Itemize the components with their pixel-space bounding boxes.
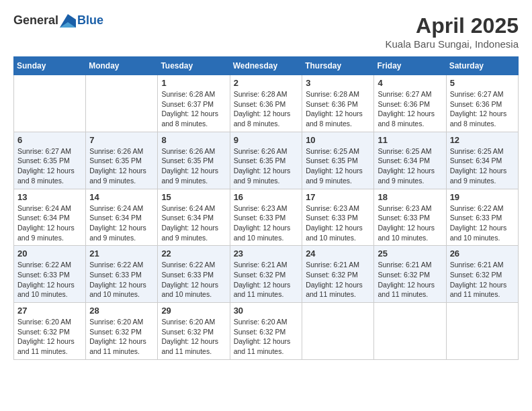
day-info: Sunrise: 6:27 AMSunset: 6:36 PMDaylight:… [378, 89, 442, 129]
day-number: 5 [450, 78, 515, 88]
weekday-header-wednesday: Wednesday [230, 57, 302, 75]
day-info: Sunrise: 6:26 AMSunset: 6:35 PMDaylight:… [161, 146, 226, 186]
day-number: 1 [161, 78, 226, 88]
calendar-cell: 26Sunrise: 6:21 AMSunset: 6:32 PMDayligh… [446, 246, 518, 303]
day-info: Sunrise: 6:23 AMSunset: 6:33 PMDaylight:… [234, 203, 299, 243]
day-number: 21 [89, 248, 154, 259]
day-number: 18 [378, 192, 442, 202]
calendar-week-1: 1Sunrise: 6:28 AMSunset: 6:37 PMDaylight… [14, 75, 519, 132]
calendar-cell: 19Sunrise: 6:22 AMSunset: 6:33 PMDayligh… [446, 189, 518, 246]
day-info: Sunrise: 6:21 AMSunset: 6:32 PMDaylight:… [234, 260, 299, 300]
calendar-cell [14, 75, 86, 132]
calendar-cell: 3Sunrise: 6:28 AMSunset: 6:36 PMDaylight… [302, 75, 374, 132]
weekday-header-row: SundayMondayTuesdayWednesdayThursdayFrid… [14, 57, 519, 75]
calendar-cell: 6Sunrise: 6:27 AMSunset: 6:35 PMDaylight… [14, 132, 86, 189]
day-number: 23 [234, 248, 299, 259]
day-number: 4 [378, 78, 442, 88]
day-info: Sunrise: 6:20 AMSunset: 6:32 PMDaylight:… [161, 317, 226, 357]
calendar-cell: 15Sunrise: 6:24 AMSunset: 6:34 PMDayligh… [158, 189, 230, 246]
calendar-cell: 27Sunrise: 6:20 AMSunset: 6:32 PMDayligh… [14, 303, 86, 360]
calendar-cell: 13Sunrise: 6:24 AMSunset: 6:34 PMDayligh… [14, 189, 86, 246]
calendar-cell: 24Sunrise: 6:21 AMSunset: 6:32 PMDayligh… [302, 246, 374, 303]
day-number: 29 [161, 306, 226, 316]
day-number: 10 [306, 135, 370, 145]
day-info: Sunrise: 6:25 AMSunset: 6:35 PMDaylight:… [306, 146, 370, 186]
day-number: 25 [378, 248, 442, 259]
day-info: Sunrise: 6:24 AMSunset: 6:34 PMDaylight:… [161, 203, 226, 243]
day-info: Sunrise: 6:22 AMSunset: 6:33 PMDaylight:… [89, 260, 154, 300]
day-number: 11 [378, 135, 442, 145]
day-number: 15 [161, 192, 226, 202]
calendar-week-5: 27Sunrise: 6:20 AMSunset: 6:32 PMDayligh… [14, 303, 519, 360]
calendar-week-4: 20Sunrise: 6:22 AMSunset: 6:33 PMDayligh… [14, 246, 519, 303]
calendar-header: SundayMondayTuesdayWednesdayThursdayFrid… [14, 57, 519, 75]
weekday-header-sunday: Sunday [14, 57, 86, 75]
calendar-cell: 22Sunrise: 6:22 AMSunset: 6:33 PMDayligh… [158, 246, 230, 303]
day-number: 6 [17, 135, 82, 145]
calendar-cell: 20Sunrise: 6:22 AMSunset: 6:33 PMDayligh… [14, 246, 86, 303]
calendar-cell: 25Sunrise: 6:21 AMSunset: 6:32 PMDayligh… [374, 246, 446, 303]
logo-icon [60, 14, 76, 28]
day-info: Sunrise: 6:26 AMSunset: 6:35 PMDaylight:… [89, 146, 154, 186]
calendar-cell: 1Sunrise: 6:28 AMSunset: 6:37 PMDaylight… [158, 75, 230, 132]
calendar-cell: 8Sunrise: 6:26 AMSunset: 6:35 PMDaylight… [158, 132, 230, 189]
day-info: Sunrise: 6:27 AMSunset: 6:35 PMDaylight:… [17, 146, 82, 186]
logo-general-text: General [13, 13, 58, 28]
calendar-cell [302, 303, 374, 360]
page-header: General Blue April 2025 Kuala Baru Sunga… [13, 13, 519, 50]
day-number: 22 [161, 248, 226, 259]
calendar-cell [446, 303, 518, 360]
day-number: 12 [450, 135, 515, 145]
day-number: 26 [450, 248, 515, 259]
day-info: Sunrise: 6:25 AMSunset: 6:34 PMDaylight:… [450, 146, 515, 186]
calendar-body: 1Sunrise: 6:28 AMSunset: 6:37 PMDaylight… [14, 75, 519, 360]
day-info: Sunrise: 6:20 AMSunset: 6:32 PMDaylight:… [17, 317, 82, 357]
weekday-header-friday: Friday [374, 57, 446, 75]
day-info: Sunrise: 6:28 AMSunset: 6:36 PMDaylight:… [306, 89, 370, 129]
day-number: 13 [17, 192, 82, 202]
calendar-cell: 17Sunrise: 6:23 AMSunset: 6:33 PMDayligh… [302, 189, 374, 246]
day-info: Sunrise: 6:22 AMSunset: 6:33 PMDaylight:… [161, 260, 226, 300]
calendar-cell: 11Sunrise: 6:25 AMSunset: 6:34 PMDayligh… [374, 132, 446, 189]
day-number: 19 [450, 192, 515, 202]
day-number: 2 [234, 78, 299, 88]
calendar-cell [374, 303, 446, 360]
day-info: Sunrise: 6:20 AMSunset: 6:32 PMDaylight:… [89, 317, 154, 357]
calendar-cell: 21Sunrise: 6:22 AMSunset: 6:33 PMDayligh… [86, 246, 158, 303]
day-number: 16 [234, 192, 299, 202]
calendar-week-3: 13Sunrise: 6:24 AMSunset: 6:34 PMDayligh… [14, 189, 519, 246]
calendar-cell: 29Sunrise: 6:20 AMSunset: 6:32 PMDayligh… [158, 303, 230, 360]
calendar-cell: 16Sunrise: 6:23 AMSunset: 6:33 PMDayligh… [230, 189, 302, 246]
weekday-header-thursday: Thursday [302, 57, 374, 75]
day-number: 30 [234, 306, 299, 316]
day-number: 7 [89, 135, 154, 145]
calendar-cell: 14Sunrise: 6:24 AMSunset: 6:34 PMDayligh… [86, 189, 158, 246]
day-number: 17 [306, 192, 370, 202]
calendar-cell: 10Sunrise: 6:25 AMSunset: 6:35 PMDayligh… [302, 132, 374, 189]
day-info: Sunrise: 6:21 AMSunset: 6:32 PMDaylight:… [378, 260, 442, 300]
day-info: Sunrise: 6:21 AMSunset: 6:32 PMDaylight:… [450, 260, 515, 300]
calendar-subtitle: Kuala Baru Sungai, Indonesia [386, 38, 519, 50]
day-info: Sunrise: 6:28 AMSunset: 6:36 PMDaylight:… [234, 89, 299, 129]
calendar-cell: 18Sunrise: 6:23 AMSunset: 6:33 PMDayligh… [374, 189, 446, 246]
day-number: 3 [306, 78, 370, 88]
calendar-cell: 7Sunrise: 6:26 AMSunset: 6:35 PMDaylight… [86, 132, 158, 189]
day-info: Sunrise: 6:27 AMSunset: 6:36 PMDaylight:… [450, 89, 515, 129]
calendar-cell: 4Sunrise: 6:27 AMSunset: 6:36 PMDaylight… [374, 75, 446, 132]
calendar-week-2: 6Sunrise: 6:27 AMSunset: 6:35 PMDaylight… [14, 132, 519, 189]
calendar-cell: 30Sunrise: 6:20 AMSunset: 6:32 PMDayligh… [230, 303, 302, 360]
day-info: Sunrise: 6:28 AMSunset: 6:37 PMDaylight:… [161, 89, 226, 129]
calendar-cell: 9Sunrise: 6:26 AMSunset: 6:35 PMDaylight… [230, 132, 302, 189]
logo-blue-text: Blue [77, 13, 103, 28]
day-info: Sunrise: 6:22 AMSunset: 6:33 PMDaylight:… [450, 203, 515, 243]
day-number: 9 [234, 135, 299, 145]
day-info: Sunrise: 6:23 AMSunset: 6:33 PMDaylight:… [306, 203, 370, 243]
day-info: Sunrise: 6:23 AMSunset: 6:33 PMDaylight:… [378, 203, 442, 243]
title-block: April 2025 Kuala Baru Sungai, Indonesia [386, 13, 519, 50]
day-info: Sunrise: 6:26 AMSunset: 6:35 PMDaylight:… [234, 146, 299, 186]
weekday-header-saturday: Saturday [446, 57, 518, 75]
weekday-header-tuesday: Tuesday [158, 57, 230, 75]
day-number: 20 [17, 248, 82, 259]
day-info: Sunrise: 6:24 AMSunset: 6:34 PMDaylight:… [17, 203, 82, 243]
day-number: 24 [306, 248, 370, 259]
